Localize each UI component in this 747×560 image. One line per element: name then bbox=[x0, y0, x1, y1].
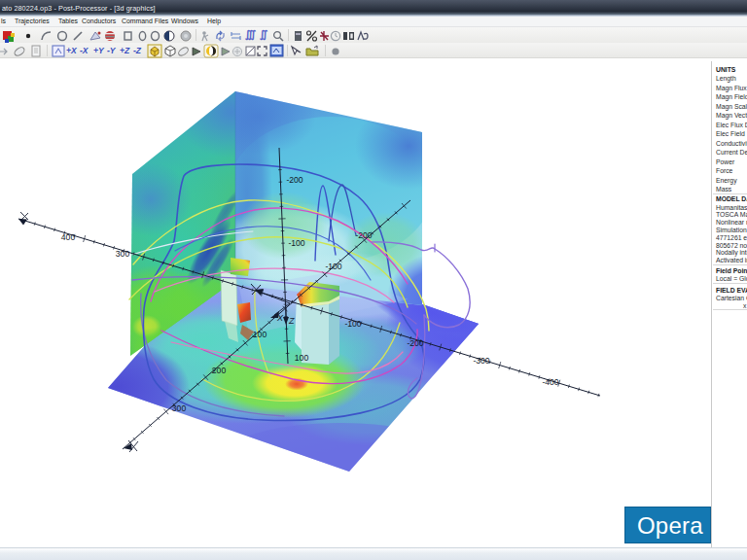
svg-text:-300: -300 bbox=[473, 356, 489, 366]
svg-text:-200: -200 bbox=[355, 230, 372, 240]
svg-text:100: 100 bbox=[295, 353, 309, 363]
svg-text:Z: Z bbox=[288, 316, 295, 326]
svg-text:100: 100 bbox=[253, 330, 267, 339]
svg-text:-100: -100 bbox=[344, 319, 361, 329]
svg-text:-200: -200 bbox=[286, 175, 302, 185]
svg-text:-100: -100 bbox=[325, 262, 341, 271]
svg-text:300: 300 bbox=[172, 403, 187, 413]
svg-text:-400: -400 bbox=[542, 377, 558, 387]
svg-text:-200: -200 bbox=[407, 338, 423, 348]
svg-text:-100: -100 bbox=[288, 238, 304, 248]
svg-text:200: 200 bbox=[212, 366, 227, 375]
svg-text:400: 400 bbox=[61, 232, 76, 242]
svg-text:X: X bbox=[276, 313, 284, 323]
svg-text:300: 300 bbox=[116, 249, 130, 259]
